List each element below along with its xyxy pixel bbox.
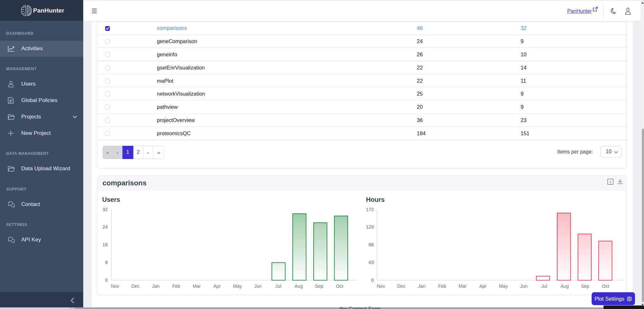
svg-text:Oct: Oct [336,284,343,289]
svg-text:129: 129 [366,224,374,229]
svg-text:Hours: Hours [366,196,385,203]
svg-text:Dec: Dec [397,284,406,289]
svg-text:Users: Users [102,196,120,203]
svg-text:Jan: Jan [418,284,425,289]
svg-text:Oct: Oct [602,284,609,289]
svg-text:Nov: Nov [377,284,385,289]
svg-text:Jan: Jan [152,284,159,289]
svg-text:86: 86 [369,242,374,247]
svg-text:Feb: Feb [172,284,180,289]
svg-text:24: 24 [103,224,108,229]
svg-text:May: May [499,284,508,289]
svg-text:Jun: Jun [254,284,262,289]
svg-text:Apr: Apr [213,284,221,289]
svg-text:8: 8 [105,260,108,265]
svg-text:0: 0 [371,277,374,283]
svg-text:Sep: Sep [581,284,589,289]
svg-text:Dec: Dec [131,284,139,289]
svg-text:May: May [233,284,242,289]
svg-text:32: 32 [103,207,108,212]
svg-text:Mar: Mar [193,284,201,289]
svg-text:16: 16 [103,242,108,247]
svg-text:172: 172 [366,207,374,212]
svg-text:Mar: Mar [459,284,467,289]
svg-text:Aug: Aug [295,284,303,289]
svg-text:Aug: Aug [560,284,569,289]
svg-text:Jun: Jun [520,284,527,289]
svg-text:Jul: Jul [275,284,282,289]
svg-text:Feb: Feb [438,284,446,289]
svg-text:43: 43 [369,260,374,265]
svg-text:Jul: Jul [541,284,547,289]
svg-text:Sep: Sep [315,284,323,289]
svg-text:0: 0 [105,277,108,283]
svg-text:Apr: Apr [479,284,487,289]
svg-text:Nov: Nov [111,284,120,289]
